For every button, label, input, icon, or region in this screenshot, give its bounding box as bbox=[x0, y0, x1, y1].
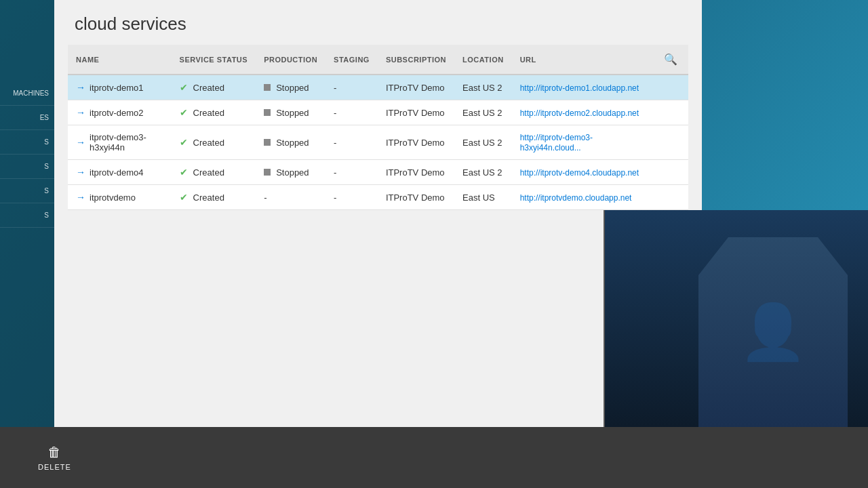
cell-location-2: East US 2 bbox=[454, 125, 512, 160]
url-link[interactable]: http://itprotv-demo2.cloudapp.net bbox=[520, 108, 639, 118]
cell-staging-2: - bbox=[326, 125, 378, 160]
sidebar-label-s3: S bbox=[44, 187, 49, 195]
cell-url-2[interactable]: http://itprotv-demo3-h3xyi44n.cloud... bbox=[512, 125, 653, 160]
video-placeholder: 👤 bbox=[605, 210, 868, 427]
col-header-url: URL bbox=[512, 45, 653, 75]
cell-production-0: Stopped bbox=[256, 75, 326, 100]
location-text: East US 2 bbox=[462, 83, 502, 93]
cell-name-2: → itprotv-demo3-h3xyi44n bbox=[68, 125, 172, 160]
cell-url-0[interactable]: http://itprotv-demo1.cloudapp.net bbox=[512, 75, 653, 100]
check-icon: ✔ bbox=[180, 107, 188, 118]
cell-location-1: East US 2 bbox=[454, 100, 512, 125]
sidebar-item-s3[interactable]: S bbox=[0, 179, 54, 203]
arrow-icon: → bbox=[76, 137, 85, 148]
check-icon: ✔ bbox=[180, 167, 188, 178]
col-header-location: LOCATION bbox=[454, 45, 512, 75]
production-text: Stopped bbox=[276, 167, 309, 178]
cell-empty-3 bbox=[653, 160, 688, 185]
check-icon: ✔ bbox=[180, 82, 188, 93]
sidebar-label-s2: S bbox=[44, 163, 49, 170]
delete-button[interactable]: 🗑 DELETE bbox=[27, 439, 82, 476]
service-name: itprotv-demo1 bbox=[90, 83, 143, 93]
status-text: Created bbox=[193, 167, 224, 178]
sidebar-item-s4[interactable]: S bbox=[0, 203, 54, 228]
cell-subscription-0: ITProTV Demo bbox=[378, 75, 454, 100]
url-link[interactable]: http://itprotv-demo1.cloudapp.net bbox=[520, 83, 639, 93]
cell-subscription-3: ITProTV Demo bbox=[378, 160, 454, 185]
location-text: East US 2 bbox=[462, 108, 502, 118]
col-header-service-status: SERVICE STATUS bbox=[172, 45, 256, 75]
location-text: East US 2 bbox=[462, 138, 502, 148]
cell-url-1[interactable]: http://itprotv-demo2.cloudapp.net bbox=[512, 100, 653, 125]
cell-name-4: → itprotvdemo bbox=[68, 185, 172, 210]
col-header-name: NAME bbox=[68, 45, 172, 75]
cell-empty-1 bbox=[653, 100, 688, 125]
table-row[interactable]: → itprotv-demo2 ✔ Created Stopped -ITPro… bbox=[68, 100, 688, 125]
table-row[interactable]: → itprotvdemo ✔ Created --ITProTV DemoEa… bbox=[68, 185, 688, 210]
cell-status-3: ✔ Created bbox=[172, 160, 256, 185]
subscription-text: ITProTV Demo bbox=[386, 83, 445, 93]
cell-status-4: ✔ Created bbox=[172, 185, 256, 210]
subscription-text: ITProTV Demo bbox=[386, 192, 445, 203]
cell-empty-2 bbox=[653, 125, 688, 160]
url-link[interactable]: http://itprotv-demo3-h3xyi44n.cloud... bbox=[520, 133, 593, 152]
cell-production-1: Stopped bbox=[256, 100, 326, 125]
service-name: itprotvdemo bbox=[90, 192, 136, 203]
table-row[interactable]: → itprotv-demo3-h3xyi44n ✔ Created Stopp… bbox=[68, 125, 688, 160]
video-overlay: 👤 bbox=[604, 210, 868, 427]
url-link[interactable]: http://itprotvdemo.cloudapp.net bbox=[520, 193, 632, 203]
table-row[interactable]: → itprotv-demo1 ✔ Created Stopped -ITPro… bbox=[68, 75, 688, 100]
stop-icon bbox=[264, 109, 271, 116]
service-name: itprotv-demo3-h3xyi44n bbox=[90, 132, 163, 152]
arrow-icon: → bbox=[76, 82, 85, 93]
table-row[interactable]: → itprotv-demo4 ✔ Created Stopped -ITPro… bbox=[68, 160, 688, 185]
check-icon: ✔ bbox=[180, 137, 188, 148]
production-text: Stopped bbox=[276, 83, 309, 93]
sidebar-item-es[interactable]: ES bbox=[0, 106, 54, 130]
cell-staging-0: - bbox=[326, 75, 378, 100]
table-header-row: NAME SERVICE STATUS PRODUCTION STAGING S… bbox=[68, 45, 688, 75]
stop-icon bbox=[264, 169, 271, 176]
production-text: Stopped bbox=[276, 108, 309, 118]
subscription-text: ITProTV Demo bbox=[386, 138, 445, 148]
sidebar-label-es: ES bbox=[40, 114, 49, 121]
status-text: Created bbox=[193, 138, 224, 148]
status-text: Created bbox=[193, 192, 224, 203]
cell-production-4: - bbox=[256, 185, 326, 210]
check-icon: ✔ bbox=[180, 192, 188, 203]
sidebar-label-s4: S bbox=[44, 211, 49, 219]
sidebar-item-s2[interactable]: S bbox=[0, 155, 54, 179]
cell-name-1: → itprotv-demo2 bbox=[68, 100, 172, 125]
cell-production-3: Stopped bbox=[256, 160, 326, 185]
sidebar-item-s1[interactable]: S bbox=[0, 130, 54, 155]
cell-url-3[interactable]: http://itprotv-demo4.cloudapp.net bbox=[512, 160, 653, 185]
staging-text: - bbox=[334, 108, 336, 118]
cell-location-0: East US 2 bbox=[454, 75, 512, 100]
search-button[interactable]: 🔍 bbox=[661, 52, 680, 67]
col-header-search: 🔍 bbox=[653, 45, 688, 75]
staging-text: - bbox=[334, 192, 336, 203]
arrow-icon: → bbox=[76, 192, 85, 203]
cell-url-4[interactable]: http://itprotvdemo.cloudapp.net bbox=[512, 185, 653, 210]
staging-text: - bbox=[334, 138, 336, 148]
subscription-text: ITProTV Demo bbox=[386, 108, 445, 118]
subscription-text: ITProTV Demo bbox=[386, 167, 445, 178]
col-header-production: PRODUCTION bbox=[256, 45, 326, 75]
service-name: itprotv-demo2 bbox=[90, 108, 143, 118]
staging-text: - bbox=[334, 83, 336, 93]
cell-name-3: → itprotv-demo4 bbox=[68, 160, 172, 185]
cell-location-3: East US 2 bbox=[454, 160, 512, 185]
status-text: Created bbox=[193, 83, 224, 93]
cell-production-2: Stopped bbox=[256, 125, 326, 160]
cell-empty-0 bbox=[653, 75, 688, 100]
delete-label: DELETE bbox=[38, 463, 71, 471]
cell-subscription-1: ITProTV Demo bbox=[378, 100, 454, 125]
sidebar-label-s1: S bbox=[44, 138, 49, 146]
url-link[interactable]: http://itprotv-demo4.cloudapp.net bbox=[520, 168, 639, 178]
cell-status-1: ✔ Created bbox=[172, 100, 256, 125]
page-title: cloud services bbox=[54, 0, 702, 45]
person-silhouette: 👤 bbox=[698, 237, 848, 427]
stop-icon bbox=[264, 139, 271, 146]
sidebar: MACHINES ES S S S S bbox=[0, 0, 54, 427]
sidebar-item-machines[interactable]: MACHINES bbox=[0, 81, 54, 106]
